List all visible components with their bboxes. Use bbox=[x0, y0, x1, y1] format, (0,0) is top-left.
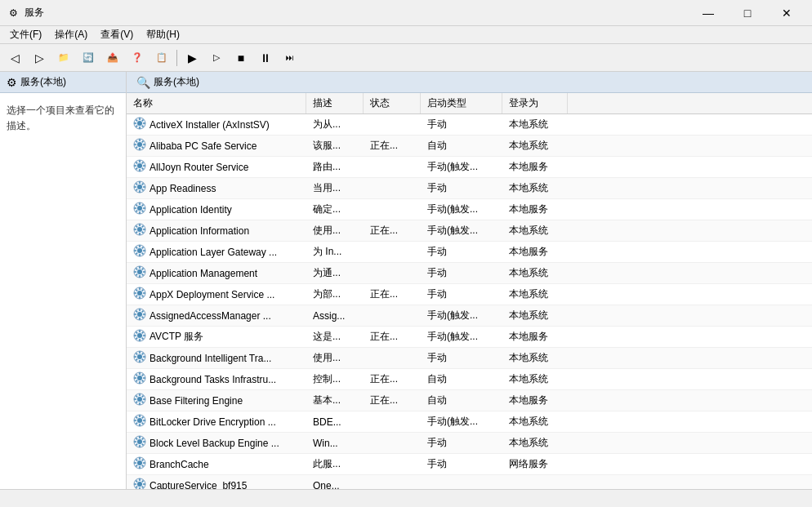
svg-rect-104 bbox=[134, 335, 136, 336]
service-icon bbox=[133, 371, 146, 387]
service-name-text: Alibaba PC Safe Service bbox=[149, 140, 257, 152]
table-row[interactable]: BitLocker Drive Encryption ...BDE...手动(触… bbox=[127, 411, 812, 433]
menu-view[interactable]: 查看(V) bbox=[94, 26, 140, 43]
svg-point-161 bbox=[137, 460, 142, 465]
toolbar-properties[interactable]: 📋 bbox=[150, 47, 173, 69]
svg-rect-142 bbox=[139, 415, 141, 417]
svg-rect-54 bbox=[134, 229, 136, 230]
table-row[interactable]: AssignedAccessManager ...Assig...手动(触发..… bbox=[127, 305, 812, 327]
toolbar-export[interactable]: 📤 bbox=[101, 47, 124, 69]
app-icon: ⚙ bbox=[7, 7, 20, 20]
toolbar-play2[interactable]: ▷ bbox=[205, 47, 228, 69]
svg-rect-24 bbox=[134, 165, 136, 167]
service-icon bbox=[133, 287, 146, 302]
service-icon bbox=[133, 329, 146, 345]
table-row[interactable]: Background Tasks Infrastru...控制...正在...自… bbox=[127, 369, 812, 390]
cell-status bbox=[364, 157, 421, 177]
toolbar-help[interactable]: ❓ bbox=[126, 47, 149, 69]
col-status[interactable]: 状态 bbox=[364, 93, 421, 113]
table-row[interactable]: AVCTP 服务这是...正在...手动(触发...本地服务 bbox=[127, 327, 812, 348]
menu-action[interactable]: 操作(A) bbox=[48, 26, 94, 43]
col-startup[interactable]: 启动类型 bbox=[421, 93, 502, 113]
svg-rect-14 bbox=[134, 144, 136, 145]
cell-name: AllJoyn Router Service bbox=[127, 157, 306, 177]
cell-desc: 确定... bbox=[306, 199, 364, 220]
cell-desc: One... bbox=[306, 475, 364, 489]
table-row[interactable]: Application Layer Gateway ...为 In...手动本地… bbox=[127, 242, 812, 263]
cell-startup bbox=[421, 475, 502, 489]
service-name-text: ActiveX Installer (AxInstSV) bbox=[149, 119, 270, 131]
svg-rect-62 bbox=[139, 245, 141, 247]
toolbar-stop[interactable]: ■ bbox=[230, 47, 252, 69]
svg-rect-85 bbox=[143, 292, 145, 294]
table-row[interactable]: CaptureService_bf915One... bbox=[127, 475, 812, 489]
svg-rect-52 bbox=[139, 224, 141, 226]
minimize-button[interactable]: — bbox=[689, 0, 727, 26]
svg-rect-72 bbox=[139, 266, 141, 269]
cell-logon: 本地服务 bbox=[502, 390, 568, 411]
table-row[interactable]: BranchCache此服...手动网络服务 bbox=[127, 454, 812, 475]
cell-desc: 控制... bbox=[306, 369, 364, 389]
svg-rect-103 bbox=[139, 339, 141, 341]
cell-logon: 本地服务 bbox=[502, 199, 568, 220]
service-icon bbox=[133, 117, 146, 132]
svg-point-71 bbox=[137, 269, 142, 274]
table-row[interactable]: Background Intelligent Tra...使用...手动本地系统 bbox=[127, 348, 812, 369]
toolbar-restart[interactable]: ⏭ bbox=[279, 47, 301, 69]
cell-logon: 本地系统 bbox=[502, 114, 568, 135]
cell-desc: 路由... bbox=[306, 157, 364, 177]
toolbar-forward[interactable]: ▷ bbox=[28, 47, 51, 69]
table-row[interactable]: AppX Deployment Service ...为部...正在...手动本… bbox=[127, 284, 812, 305]
menu-file[interactable]: 文件(F) bbox=[3, 26, 48, 43]
col-logon[interactable]: 登录为 bbox=[502, 93, 568, 113]
services-table[interactable]: 名称 描述 状态 启动类型 登录为 ActiveX Installer (AxI… bbox=[127, 93, 812, 489]
toolbar-refresh[interactable]: 🔄 bbox=[77, 47, 100, 69]
service-name-text: Background Tasks Infrastru... bbox=[149, 374, 276, 385]
service-name-text: BitLocker Drive Encryption ... bbox=[149, 416, 276, 428]
cell-name: BranchCache bbox=[127, 454, 306, 474]
svg-rect-13 bbox=[139, 148, 141, 150]
cell-startup: 手动(触发... bbox=[421, 411, 502, 432]
service-name-text: Application Information bbox=[149, 225, 249, 237]
table-row[interactable]: Application Management为通...手动本地系统 bbox=[127, 263, 812, 284]
toolbar-pause[interactable]: ⏸ bbox=[254, 47, 277, 69]
table-row[interactable]: Application Information使用...正在...手动(触发..… bbox=[127, 220, 812, 242]
menu-help[interactable]: 帮助(H) bbox=[140, 26, 186, 43]
toolbar-play[interactable]: ▶ bbox=[181, 47, 203, 69]
maximize-button[interactable]: □ bbox=[729, 0, 766, 26]
service-icon bbox=[133, 414, 146, 429]
cell-name: AssignedAccessManager ... bbox=[127, 305, 306, 326]
table-row[interactable]: Base Filtering Engine基本...正在...自动本地服务 bbox=[127, 390, 812, 411]
table-row[interactable]: Application Identity确定...手动(触发...本地服务 bbox=[127, 199, 812, 220]
toolbar-up[interactable]: 📁 bbox=[52, 47, 75, 69]
cell-name: AppX Deployment Service ... bbox=[127, 284, 306, 305]
close-button[interactable]: ✕ bbox=[768, 0, 805, 26]
svg-rect-32 bbox=[139, 181, 141, 184]
cell-desc: 该服... bbox=[306, 136, 364, 156]
svg-rect-45 bbox=[143, 207, 145, 209]
col-name[interactable]: 名称 bbox=[127, 93, 306, 113]
cell-logon: 本地系统 bbox=[502, 433, 568, 453]
table-row[interactable]: App Readiness当用...手动本地系统 bbox=[127, 178, 812, 199]
table-row[interactable]: Block Level Backup Engine ...Win...手动本地系… bbox=[127, 433, 812, 454]
service-icon bbox=[133, 202, 146, 217]
svg-rect-2 bbox=[139, 118, 141, 120]
svg-point-141 bbox=[137, 418, 142, 423]
toolbar-back[interactable]: ◁ bbox=[3, 47, 26, 69]
service-name-text: AssignedAccessManager ... bbox=[149, 310, 271, 322]
cell-name: Application Layer Gateway ... bbox=[127, 242, 306, 262]
cell-desc: 为部... bbox=[306, 284, 364, 305]
svg-rect-174 bbox=[134, 483, 136, 485]
cell-status bbox=[364, 433, 421, 453]
col-desc[interactable]: 描述 bbox=[306, 93, 364, 113]
svg-rect-94 bbox=[134, 314, 136, 315]
table-row[interactable]: ActiveX Installer (AxInstSV)为从...手动本地系统 bbox=[127, 114, 812, 136]
table-row[interactable]: Alibaba PC Safe Service该服...正在...自动本地系统 bbox=[127, 136, 812, 157]
cell-logon: 本地系统 bbox=[502, 411, 568, 432]
svg-rect-25 bbox=[143, 165, 145, 167]
svg-rect-64 bbox=[134, 250, 136, 251]
table-row[interactable]: AllJoyn Router Service路由...手动(触发...本地服务 bbox=[127, 157, 812, 178]
cell-startup: 手动 bbox=[421, 454, 502, 474]
svg-rect-133 bbox=[139, 402, 141, 405]
service-name-text: Block Level Backup Engine ... bbox=[149, 438, 279, 449]
